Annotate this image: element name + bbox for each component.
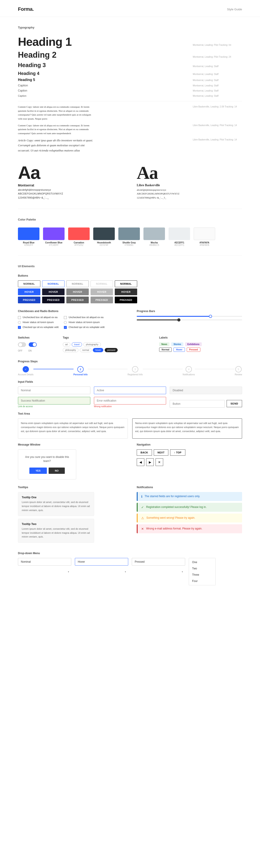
checkbox-box-checked-2[interactable]: ✓ [64,326,67,329]
labels-row-1: News Stories Exhibitions [159,342,242,346]
dropdown-nominal[interactable]: Nominal [18,558,71,565]
btn-hover-5[interactable]: HOVER [115,288,137,295]
tag-pressed[interactable]: pressed [105,348,118,352]
btn-hover-4[interactable]: HOVER [91,288,113,295]
caption2-row: Caption Montserrat, Leading: Staff [18,89,242,92]
tag-normal[interactable]: normal [80,348,92,352]
dropdown-menu-wrap: One Two Three Four [189,558,242,585]
tooltips-title: Tooltips [18,486,123,489]
btn-normal-3[interactable]: NORMAL [66,280,89,287]
article-meta: Libre Baskerville, Leading: Pilot Tracki… [193,138,242,141]
radio-circle-1[interactable] [18,321,21,324]
send-button[interactable]: SEND [227,400,242,407]
switch-wrap-on [29,342,37,348]
heading1-sample: Heading 1 [18,35,193,48]
input-active[interactable] [94,386,166,394]
ui-elements-title: UI Elements [18,265,242,268]
heading3-sample: Heading 3 [18,61,193,69]
dropdown-item-two[interactable]: Two [189,565,216,571]
caption3-sample: Caption [18,94,193,97]
textarea-2[interactable]: Nema enim ipsam voluptatem quis voluptas… [132,418,242,439]
dropdown-item-four[interactable]: Four [189,578,216,584]
btn-normal-2[interactable]: NORMAL [42,280,65,287]
label-stories: Stories [171,342,183,346]
btn-pressed-4[interactable]: PRESSED [91,297,113,303]
slider-thumb-2[interactable] [177,318,181,321]
btn-pressed-5[interactable]: PRESSED [115,297,137,303]
switch-on[interactable] [29,342,37,347]
textarea-1[interactable]: Nema enim ipsam voluptatem quis voluptas… [18,418,128,439]
input-button-field[interactable] [170,400,225,408]
checkbox-box-checked-1[interactable]: ✓ [18,326,21,329]
swatch-box [118,227,140,240]
color-swatch: Shuttle Gray #78909C [118,227,140,246]
font-montserrat-chars3: 1234567890@#$%~&_'..._ [18,196,123,200]
checkbox-box-unchecked-2[interactable] [64,316,67,319]
font-montserrat-box: Aa Montserrat abcdefghijklmnopqrstuvwxyz… [18,164,123,200]
heading4-row: Heading 4 Montserrat, Leading: Staff [18,71,242,76]
dropdown-item-one[interactable]: One [189,559,216,565]
tag-hover[interactable]: hover [93,348,103,352]
nav-back-button[interactable]: BACK [137,450,152,456]
step-circle-2: 2 [77,366,84,372]
tooltip-2-text: Lorem ipsum dolor sit amet, consectetur … [22,527,90,539]
color-swatch: Cornflower Blue #7C4DFF [43,227,65,246]
tag-photography[interactable]: photography [84,342,101,347]
btn-pressed-3[interactable]: PRESSED [66,297,89,303]
step-label-1: Account Details [18,373,33,376]
input-error[interactable] [94,397,166,404]
btn-hover-2[interactable]: HOVER [42,288,65,295]
swatch-box [43,227,65,240]
step-circle-1: ✓ [23,366,29,372]
btn-normal-1[interactable]: NORMAL [18,280,40,287]
step-2: 2 Personal Info [73,366,88,376]
input-nominal[interactable] [18,386,90,394]
tag-art[interactable]: art [63,342,70,347]
msg-yes-button[interactable]: YES [29,468,47,474]
slider-thumb-1[interactable] [209,315,212,318]
btn-hover-1[interactable]: HOVER [18,288,40,295]
tag-philosophy[interactable]: philosophy [63,348,78,352]
input-row-1 [18,386,242,394]
dropdown-hover[interactable]: Hover [75,558,128,565]
tags-col: Tags art travel photography philosophy n… [63,336,146,353]
dropdown-pressed[interactable]: Pressed [132,558,185,565]
dropdown-arrow-1: ▾ [68,570,69,573]
checkbox-checked-2: ✓ Checked qui sit es voluptate velit [64,326,104,329]
nav-next-icon[interactable]: ▶ [146,458,154,466]
msg-no-button[interactable]: NO [48,468,65,474]
btn-hover-3[interactable]: HOVER [66,288,89,295]
nav-close-icon[interactable]: ✕ [156,458,163,466]
switch-labels-row: OFF ON [18,349,49,352]
swatch-hex: #7C4DFF [49,244,59,246]
checkbox-box-unchecked-1[interactable] [18,316,21,319]
nav-next-button[interactable]: NEXT [154,450,168,456]
btn-normal-5[interactable]: NORMAL [115,280,137,287]
input-success[interactable] [18,397,90,404]
button-grid: NORMAL NORMAL NORMAL NORMAL NORMAL HOVER… [18,280,242,303]
swatch-name: Cornflower Blue [45,241,62,244]
radio-circle-2[interactable] [64,321,67,324]
swatch-name: Mocha [151,241,158,244]
article-row: Article Copy: omni ipsa quae ab illo inv… [18,138,242,153]
nav-top-button[interactable]: ↑ TOP [170,450,185,456]
caption2-meta: Montserrat, Leading: Staff [193,89,242,92]
btn-normal-4[interactable]: NORMAL [91,280,113,287]
switch-off[interactable] [18,342,26,347]
btn-pressed-1[interactable]: PRESSED [18,297,40,303]
progress-bars-col: Progress Bars [137,310,242,331]
heading5-meta: Montserrat, Leading: Staff [193,79,242,82]
swatch-box [194,227,215,240]
btn-pressed-2[interactable]: PRESSED [42,297,65,303]
nav-icon-row: ◀ ▶ ✕ [137,458,242,466]
tag-travel[interactable]: travel [72,342,82,347]
color-palette-section: Color Palette Royal Blue #2962FF Cornflo… [0,209,260,255]
swatch-name: #FAFAFA [199,241,209,244]
tags-row-1: art travel photography [63,342,146,347]
nav-prev-icon[interactable]: ◀ [137,458,144,466]
dropdown-item-three[interactable]: Three [189,571,216,578]
body1-meta: Libre Baskerville, Leading: 2.09 Trackin… [193,105,242,108]
font-montserrat-chars2: ABCDEFGHIJKLMNOPQRSTUVWXYZ [18,192,123,196]
input-active-wrap [94,386,166,394]
font-montserrat-chars1: abcdefghijklmnopqrstuvwxyz [18,188,123,192]
